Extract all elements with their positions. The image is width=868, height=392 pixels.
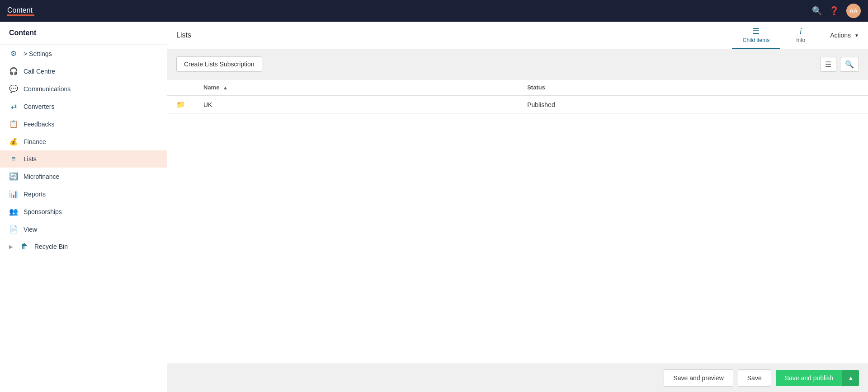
settings-icon: ⚙ [9, 49, 18, 58]
table-row[interactable]: 📁 UK Published [167, 96, 868, 114]
actions-label: Actions [830, 32, 851, 39]
info-tab-icon: i [800, 27, 802, 36]
call-centre-icon: 🎧 [9, 67, 18, 75]
sidebar-item-label: Microfinance [24, 173, 59, 180]
toolbar-row: Create Lists Subscription ☰ 🔍 [167, 49, 868, 79]
sidebar-item-settings[interactable]: ⚙ > Settings [0, 45, 167, 62]
top-nav-actions: 🔍 ❓ AA [812, 4, 861, 18]
view-icon: 📄 [9, 225, 18, 233]
sidebar-item-view[interactable]: 📄 View [0, 220, 167, 238]
expand-icon: ▶ [9, 244, 13, 250]
sidebar-item-label: Call Centre [24, 68, 55, 75]
sidebar: Content ⚙ > Settings 🎧 Call Centre 💬 Com… [0, 22, 167, 392]
sidebar-item-microfinance[interactable]: 🔄 Microfinance [0, 168, 167, 185]
sidebar-item-finance[interactable]: 💰 Finance [0, 133, 167, 150]
bottom-bar: Save and preview Save Save and publish ▲ [167, 364, 868, 392]
sidebar-item-label: Sponsorships [24, 208, 62, 215]
table-col-status: Status [518, 79, 868, 96]
tab-actions[interactable]: Actions ▼ [821, 22, 868, 49]
help-icon[interactable]: ❓ [829, 6, 839, 16]
sidebar-item-lists[interactable]: ≡ Lists [0, 150, 167, 168]
sidebar-header: Content [0, 22, 167, 45]
create-lists-subscription-button[interactable]: Create Lists Subscription [176, 56, 262, 72]
main-panel: Create Lists Subscription ☰ 🔍 Name ▲ [167, 49, 868, 364]
sidebar-item-reports[interactable]: 📊 Reports [0, 185, 167, 203]
table-head: Name ▲ Status [167, 79, 868, 96]
list-view-button[interactable]: ☰ [820, 57, 836, 72]
sidebar-item-label: View [24, 226, 37, 233]
data-table: Name ▲ Status 📁 [167, 79, 868, 114]
folder-icon: 📁 [176, 101, 185, 108]
user-avatar[interactable]: AA [846, 4, 861, 18]
table-cell-name[interactable]: UK [194, 96, 518, 114]
lists-icon: ≡ [9, 155, 18, 163]
recycle-bin-icon: 🗑 [20, 243, 29, 251]
sidebar-item-recycle-bin[interactable]: ▶ 🗑 Recycle Bin [0, 238, 167, 255]
sidebar-item-label: Reports [24, 191, 46, 198]
table-scroll-container: Name ▲ Status 📁 [167, 79, 868, 364]
main-layout: Content ⚙ > Settings 🎧 Call Centre 💬 Com… [0, 22, 868, 392]
table-col-name[interactable]: Name ▲ [194, 79, 518, 96]
table-cell-icon: 📁 [167, 96, 194, 114]
sponsorships-icon: 👥 [9, 207, 18, 216]
sidebar-item-converters[interactable]: ⇄ Converters [0, 98, 167, 115]
sidebar-item-label: > Settings [24, 50, 52, 57]
sidebar-item-label: Lists [24, 155, 37, 163]
content-top-bar: ☰ Child items i Info Actions ▼ [167, 22, 868, 49]
content-area: ☰ Child items i Info Actions ▼ Create Li… [167, 22, 868, 392]
sidebar-item-sponsorships[interactable]: 👥 Sponsorships [0, 203, 167, 220]
save-publish-split-button: Save and publish ▲ [776, 370, 859, 386]
tab-group: ☰ Child items i Info Actions ▼ [732, 22, 868, 49]
breadcrumb-input[interactable] [167, 22, 732, 49]
communications-icon: 💬 [9, 84, 18, 93]
sort-arrow-icon: ▲ [223, 85, 228, 90]
table-body: 📁 UK Published [167, 96, 868, 114]
table-col-checkbox [167, 79, 194, 96]
child-items-tab-icon: ☰ [752, 26, 760, 36]
actions-chevron-icon: ▼ [854, 33, 859, 38]
sidebar-item-communications[interactable]: 💬 Communications [0, 80, 167, 98]
sidebar-item-label: Communications [24, 85, 71, 93]
sidebar-item-label: Converters [24, 103, 54, 110]
feedbacks-icon: 📋 [9, 120, 18, 128]
sidebar-item-feedbacks[interactable]: 📋 Feedbacks [0, 115, 167, 133]
tab-child-items[interactable]: ☰ Child items [732, 22, 780, 49]
reports-icon: 📊 [9, 190, 18, 198]
toolbar-right: ☰ 🔍 [820, 57, 859, 72]
sidebar-item-label: Finance [24, 138, 46, 145]
save-publish-button[interactable]: Save and publish [776, 370, 842, 386]
save-button[interactable]: Save [738, 369, 771, 387]
search-filter-button[interactable]: 🔍 [840, 57, 859, 72]
finance-icon: 💰 [9, 137, 18, 146]
app-title: Content [7, 6, 34, 14]
converters-icon: ⇄ [9, 102, 18, 111]
table-cell-status: Published [518, 96, 868, 114]
search-icon[interactable]: 🔍 [812, 6, 822, 16]
microfinance-icon: 🔄 [9, 172, 18, 181]
sidebar-item-call-centre[interactable]: 🎧 Call Centre [0, 62, 167, 80]
sidebar-item-label: Recycle Bin [34, 243, 68, 250]
save-preview-button[interactable]: Save and preview [664, 369, 733, 387]
save-publish-dropdown-button[interactable]: ▲ [842, 370, 859, 386]
tab-child-items-label: Child items [743, 37, 769, 43]
sidebar-item-label: Feedbacks [24, 121, 54, 128]
tab-info-label: Info [796, 37, 805, 43]
tab-info[interactable]: i Info [780, 22, 821, 49]
top-navigation: Content 🔍 ❓ AA [0, 0, 868, 22]
